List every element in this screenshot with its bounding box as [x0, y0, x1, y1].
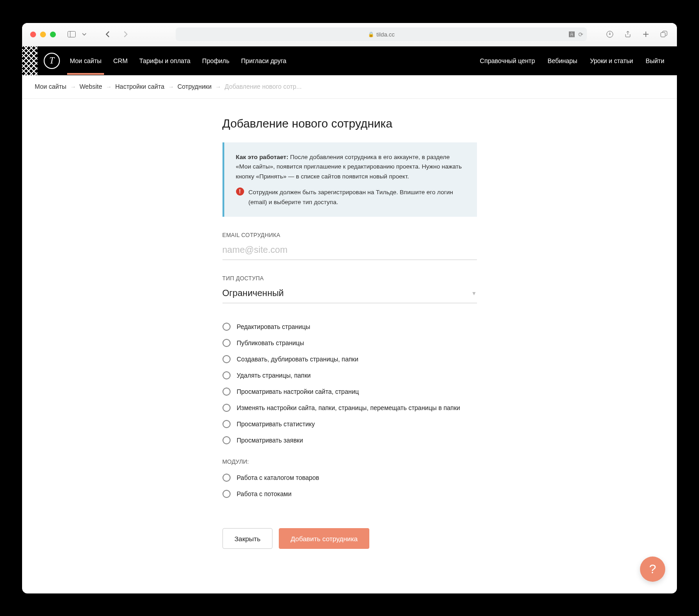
checkbox-icon: [222, 323, 231, 331]
new-tab-icon[interactable]: [641, 29, 651, 39]
maximize-window-icon[interactable]: [50, 32, 56, 37]
titlebar-right: [605, 29, 669, 39]
checkbox-icon: [222, 371, 231, 379]
modules-label: МОДУЛИ:: [222, 458, 477, 465]
url-host: tilda.cc: [377, 31, 395, 38]
close-window-icon[interactable]: [30, 32, 36, 37]
nav-arrows: [103, 29, 131, 39]
checkbox-icon: [222, 339, 231, 347]
minimize-window-icon[interactable]: [40, 32, 46, 37]
crumb-current: Добавление нового сотр...: [225, 83, 302, 90]
url-bar[interactable]: 🔒 tilda.cc 🅰 ⟳: [176, 27, 587, 41]
crumb-sep: →: [215, 83, 221, 90]
page-title: Добавление нового сотрудника: [222, 117, 477, 131]
tabs-icon[interactable]: [659, 29, 669, 39]
nav-left: Мои сайты CRM Тарифы и оплата Профиль Пр…: [70, 47, 286, 74]
translate-icon[interactable]: 🅰: [569, 31, 575, 38]
checkbox-icon: [222, 404, 231, 412]
info-box: Как это работает: После добавления сотру…: [222, 142, 477, 217]
browser-window: 🔒 tilda.cc 🅰 ⟳ T Мои сайт: [22, 23, 677, 593]
permission-label: Просматривать настройки сайта, страниц: [237, 388, 359, 395]
permission-publish-pages[interactable]: Публиковать страницы: [222, 335, 477, 351]
checkbox-icon: [222, 474, 231, 482]
nav-tariffs[interactable]: Тарифы и оплата: [139, 47, 191, 74]
permission-label: Публиковать страницы: [237, 339, 304, 347]
warning-icon: !: [236, 187, 244, 196]
crumb-sep: →: [70, 83, 76, 90]
svg-rect-0: [68, 32, 76, 37]
content: Добавление нового сотрудника Как это раб…: [22, 99, 677, 567]
chevron-down-icon: ▼: [472, 290, 477, 297]
email-label: EMAIL СОТРУДНИКА: [222, 232, 477, 238]
sidebar-toggle-group: [67, 29, 89, 39]
email-field-group: EMAIL СОТРУДНИКА: [222, 232, 477, 260]
svg-rect-3: [661, 32, 665, 37]
top-nav: T Мои сайты CRM Тарифы и оплата Профиль …: [22, 46, 677, 75]
permission-label: Просматривать статистику: [237, 420, 315, 428]
access-label: ТИП ДОСТУПА: [222, 275, 477, 282]
permission-create-pages[interactable]: Создавать, дублировать страницы, папки: [222, 351, 477, 367]
sidebar-icon[interactable]: [67, 29, 77, 39]
module-label: Работа с каталогом товаров: [237, 474, 319, 481]
access-field-group: ТИП ДОСТУПА Ограниченный ▼: [222, 275, 477, 303]
nav-my-sites[interactable]: Мои сайты: [70, 47, 101, 74]
share-icon[interactable]: [623, 29, 633, 39]
permission-view-stats[interactable]: Просматривать статистику: [222, 416, 477, 432]
brand-pattern: [22, 46, 37, 75]
permission-view-settings[interactable]: Просматривать настройки сайта, страниц: [222, 383, 477, 400]
module-streams[interactable]: Работа с потоками: [222, 486, 477, 502]
permissions-list: Редактировать страницы Публиковать стран…: [222, 319, 477, 448]
permission-label: Редактировать страницы: [237, 323, 310, 330]
permission-label: Изменять настройки сайта, папки, страниц…: [237, 404, 460, 411]
chevron-down-icon[interactable]: [79, 29, 89, 39]
checkbox-icon: [222, 388, 231, 396]
logo-letter: T: [49, 55, 54, 66]
access-value: Ограниченный: [222, 288, 284, 298]
warning-text: Сотрудник должен быть зарегистрирован на…: [249, 187, 465, 207]
nav-right: Справочный центр Вебинары Уроки и статьи…: [480, 47, 664, 74]
crumb-site-settings[interactable]: Настройки сайта: [115, 83, 164, 90]
breadcrumb: Мои сайты → Website → Настройки сайта → …: [22, 75, 677, 99]
checkbox-icon: [222, 355, 231, 363]
nav-profile[interactable]: Профиль: [202, 47, 229, 74]
module-catalog[interactable]: Работа с каталогом товаров: [222, 470, 477, 486]
titlebar: 🔒 tilda.cc 🅰 ⟳: [22, 23, 677, 46]
permission-edit-settings[interactable]: Изменять настройки сайта, папки, страниц…: [222, 400, 477, 416]
permission-delete-pages[interactable]: Удалять страницы, папки: [222, 367, 477, 383]
close-button[interactable]: Закрыть: [222, 528, 273, 549]
crumb-my-sites[interactable]: Мои сайты: [35, 83, 66, 90]
permission-label: Просматривать заявки: [237, 437, 303, 444]
nav-logout[interactable]: Выйти: [646, 47, 664, 74]
module-label: Работа с потоками: [237, 490, 292, 497]
nav-help-center[interactable]: Справочный центр: [480, 47, 535, 74]
nav-webinars[interactable]: Вебинары: [548, 47, 577, 74]
checkbox-icon: [222, 490, 231, 498]
modules-list: Работа с каталогом товаров Работа с пото…: [222, 470, 477, 502]
checkbox-icon: [222, 436, 231, 444]
reload-icon[interactable]: ⟳: [578, 31, 583, 38]
add-employee-button[interactable]: Добавить сотрудника: [279, 528, 369, 549]
forward-icon[interactable]: [121, 29, 131, 39]
crumb-website[interactable]: Website: [79, 83, 102, 90]
downloads-icon[interactable]: [605, 29, 615, 39]
nav-lessons[interactable]: Уроки и статьи: [590, 47, 633, 74]
permission-label: Создавать, дублировать страницы, папки: [237, 356, 359, 363]
nav-invite[interactable]: Пригласи друга: [241, 47, 286, 74]
nav-crm[interactable]: CRM: [113, 47, 127, 74]
permission-label: Удалять страницы, папки: [237, 372, 311, 379]
button-row: Закрыть Добавить сотрудника: [222, 528, 477, 549]
checkbox-icon: [222, 420, 231, 428]
help-fab[interactable]: ?: [640, 557, 665, 582]
info-bold: Как это работает:: [236, 154, 289, 160]
crumb-sep: →: [168, 83, 174, 90]
permission-edit-pages[interactable]: Редактировать страницы: [222, 319, 477, 335]
crumb-employees[interactable]: Сотрудники: [177, 83, 212, 90]
crumb-sep: →: [106, 83, 112, 90]
email-input[interactable]: [222, 243, 477, 260]
back-icon[interactable]: [103, 29, 113, 39]
lock-icon: 🔒: [368, 32, 374, 37]
window-controls: [30, 32, 56, 37]
permission-view-leads[interactable]: Просматривать заявки: [222, 432, 477, 448]
logo-icon[interactable]: T: [44, 53, 60, 69]
access-type-select[interactable]: Ограниченный ▼: [222, 286, 477, 303]
